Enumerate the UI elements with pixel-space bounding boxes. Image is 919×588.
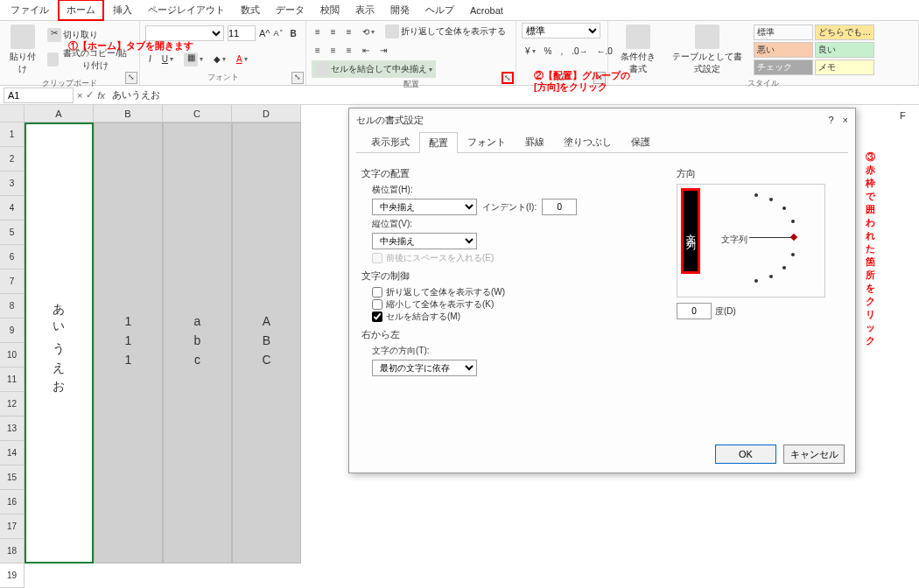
row-header-12[interactable]: 12: [0, 392, 25, 416]
style-good[interactable]: 良い: [815, 42, 874, 58]
cancel-icon[interactable]: ×: [77, 90, 82, 101]
row-header-10[interactable]: 10: [0, 343, 25, 368]
row-header-5[interactable]: 5: [0, 220, 25, 245]
alignment-launcher[interactable]: ⤡: [502, 72, 514, 84]
style-check[interactable]: チェック セ…: [754, 60, 813, 75]
wrap-text-button[interactable]: 折り返して全体を表示する: [382, 23, 509, 40]
row-header-2[interactable]: 2: [0, 147, 25, 172]
format-as-table-button[interactable]: テーブルとして書式設定: [666, 23, 749, 77]
cell-a1-merged[interactable]: あいうえお: [25, 122, 94, 564]
fx-icon[interactable]: fx: [97, 90, 105, 101]
border-button[interactable]: ▦▾: [180, 51, 207, 68]
comma-button[interactable]: ,: [557, 45, 566, 58]
ok-button[interactable]: OK: [715, 444, 776, 464]
number-format-select[interactable]: 標準: [522, 23, 600, 38]
col-header-A[interactable]: A: [25, 105, 94, 122]
name-box[interactable]: [4, 88, 74, 103]
col-header-B[interactable]: B: [94, 105, 163, 122]
dlg-tab-number[interactable]: 表示形式: [361, 131, 419, 152]
tab-developer[interactable]: 開発: [383, 1, 417, 19]
clipboard-launcher[interactable]: ⤡: [125, 72, 137, 84]
wrap-text-checkbox[interactable]: [372, 287, 382, 298]
tab-view[interactable]: 表示: [348, 1, 382, 19]
formula-input[interactable]: あいうえお: [109, 88, 915, 102]
row-header-14[interactable]: 14: [0, 441, 25, 466]
orientation-control[interactable]: 文字列 文字列: [677, 184, 825, 298]
indent-increase-button[interactable]: ⇥: [376, 44, 390, 57]
dialog-close-button[interactable]: ×: [843, 115, 848, 125]
align-bottom-button[interactable]: ≡: [343, 25, 355, 38]
tab-home[interactable]: ホーム: [58, 0, 104, 21]
col-header-f[interactable]: F: [900, 110, 906, 121]
indent-spinner[interactable]: [542, 199, 577, 215]
shrink-to-fit-checkbox[interactable]: [372, 299, 382, 310]
dlg-tab-fill[interactable]: 塗りつぶし: [554, 131, 621, 152]
cell-c1-merged[interactable]: abc: [163, 122, 232, 564]
row-header-17[interactable]: 17: [0, 514, 25, 539]
font-color-button[interactable]: A▾: [233, 52, 251, 66]
dlg-tab-protection[interactable]: 保護: [621, 131, 660, 152]
orientation-handle[interactable]: [790, 234, 797, 241]
align-middle-button[interactable]: ≡: [327, 25, 340, 38]
align-right-button[interactable]: ≡: [343, 44, 355, 57]
tab-layout[interactable]: ページレイアウト: [141, 1, 232, 19]
row-header-19[interactable]: 19: [0, 564, 25, 588]
row-header-13[interactable]: 13: [0, 416, 25, 441]
row-header-9[interactable]: 9: [0, 318, 25, 343]
merge-center-button[interactable]: セルを結合して中央揃え▾: [312, 60, 436, 78]
enter-icon[interactable]: ✓: [86, 89, 94, 101]
decrease-font-icon[interactable]: A˅: [274, 29, 284, 38]
tab-file[interactable]: ファイル: [4, 1, 56, 19]
dlg-tab-border[interactable]: 罫線: [516, 131, 554, 152]
currency-button[interactable]: ¥▾: [522, 45, 539, 58]
align-center-button[interactable]: ≡: [327, 44, 340, 57]
dialog-help-button[interactable]: ?: [828, 115, 833, 125]
indent-decrease-button[interactable]: ⇤: [359, 44, 373, 57]
cell-b1-merged[interactable]: 111: [94, 122, 163, 564]
degrees-spinner[interactable]: [677, 303, 712, 319]
orientation-needle[interactable]: [749, 237, 793, 238]
conditional-format-button[interactable]: 条件付き書式: [614, 23, 663, 77]
select-all-corner[interactable]: [0, 105, 25, 122]
style-neutral[interactable]: どちらでも…: [815, 24, 874, 40]
style-normal[interactable]: 標準: [754, 24, 813, 40]
paste-button[interactable]: 貼り付け: [5, 23, 40, 77]
row-header-3[interactable]: 3: [0, 172, 25, 196]
row-header-16[interactable]: 16: [0, 490, 25, 514]
increase-decimal-button[interactable]: .0→: [568, 45, 591, 58]
tab-acrobat[interactable]: Acrobat: [463, 3, 510, 18]
style-bad[interactable]: 悪い: [754, 42, 813, 58]
vertical-text-button[interactable]: 文字列: [681, 188, 700, 274]
vertical-combo[interactable]: 中央揃え: [372, 233, 477, 249]
merge-cells-checkbox[interactable]: [372, 312, 382, 322]
align-left-button[interactable]: ≡: [312, 44, 324, 57]
row-header-15[interactable]: 15: [0, 466, 25, 490]
dlg-tab-alignment[interactable]: 配置: [419, 132, 458, 153]
horizontal-combo[interactable]: 中央揃え: [372, 199, 477, 215]
bold-button[interactable]: B: [287, 27, 300, 40]
col-header-D[interactable]: D: [232, 105, 301, 122]
cell-styles-gallery[interactable]: 標準 どちらでも… 悪い 良い チェック セ… メモ: [753, 24, 913, 76]
tab-insert[interactable]: 挿入: [106, 1, 139, 19]
italic-button[interactable]: I: [145, 52, 155, 66]
percent-button[interactable]: %: [541, 45, 556, 58]
cell-d1-merged[interactable]: ABC: [232, 122, 301, 564]
text-direction-combo[interactable]: 最初の文字に依存: [372, 360, 477, 376]
font-launcher[interactable]: ⤡: [291, 72, 304, 84]
row-header-7[interactable]: 7: [0, 270, 25, 294]
increase-font-icon[interactable]: A^: [259, 28, 270, 38]
tab-formulas[interactable]: 数式: [234, 1, 267, 19]
underline-button[interactable]: U▾: [158, 52, 177, 66]
row-header-4[interactable]: 4: [0, 196, 25, 220]
fill-color-button[interactable]: ◆▾: [210, 52, 229, 66]
row-header-1[interactable]: 1: [0, 122, 25, 147]
align-top-button[interactable]: ≡: [312, 25, 324, 38]
dlg-tab-font[interactable]: フォント: [458, 131, 516, 152]
row-header-18[interactable]: 18: [0, 539, 25, 564]
orientation-button[interactable]: ⟲▾: [359, 25, 378, 38]
row-header-11[interactable]: 11: [0, 368, 25, 392]
tab-review[interactable]: 校閲: [313, 1, 347, 19]
tab-data[interactable]: データ: [269, 1, 312, 19]
style-memo[interactable]: メモ: [815, 60, 874, 75]
font-size-input[interactable]: [228, 25, 256, 41]
